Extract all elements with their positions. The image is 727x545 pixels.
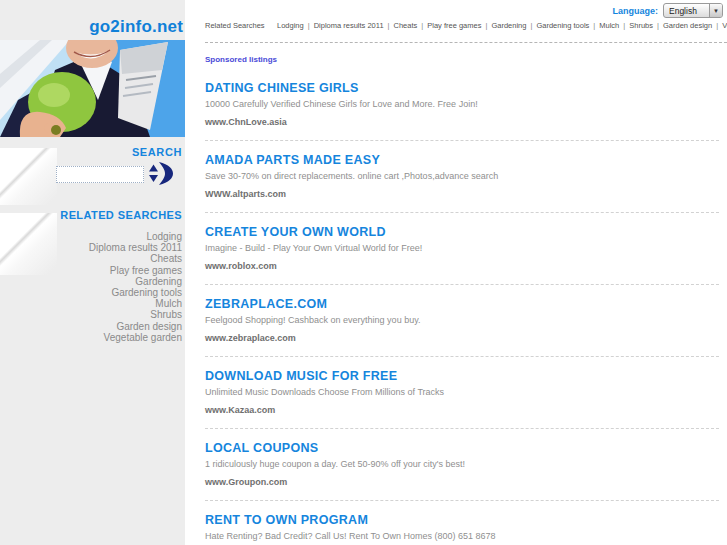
top-related-links: Lodging| Diploma results 2011| Cheats| P…	[277, 21, 727, 30]
top-link-shrubs[interactable]: Shrubs	[629, 21, 653, 30]
decor-stripe	[0, 213, 57, 275]
listing-description: 10000 Carefully Verified Chinese Girls f…	[205, 99, 719, 109]
sidebar-link-lodging[interactable]: Lodging	[89, 231, 182, 242]
sidebar-link-playfreegames[interactable]: Play free games	[89, 265, 182, 276]
listing-title[interactable]: ZEBRAPLACE.COM	[205, 297, 327, 311]
listing-title[interactable]: LOCAL COUPONS	[205, 441, 318, 455]
link-separator: |	[530, 21, 532, 30]
listing-url[interactable]: www.zebraplace.com	[205, 333, 296, 343]
hero-photo	[0, 40, 185, 137]
language-label: Language:	[612, 6, 658, 16]
listing-description: Imagine - Build - Play Your Own Virtual …	[205, 243, 719, 253]
related-searches-title: RELATED SEARCHES	[60, 209, 182, 221]
listing-url[interactable]: www.Kazaa.com	[205, 405, 275, 415]
language-selected-value: English	[664, 4, 709, 17]
search-label: SEARCH	[132, 146, 182, 158]
sponsored-listings: DATING CHINESE GIRLS 10000 Carefully Ver…	[205, 69, 719, 545]
sidebar-link-cheats[interactable]: Cheats	[89, 253, 182, 264]
top-link-cheats[interactable]: Cheats	[394, 21, 418, 30]
listing-title[interactable]: DOWNLOAD MUSIC FOR FREE	[205, 369, 397, 383]
top-link-playfreegames[interactable]: Play free games	[427, 21, 481, 30]
sponsored-listings-label: Sponsored listings	[205, 55, 277, 64]
link-separator: |	[421, 21, 423, 30]
listing-item: AMADA PARTS MADE EASY Save 30-70% on dir…	[205, 141, 719, 213]
listing-description: Unlimited Music Downloads Choose From Mi…	[205, 387, 719, 397]
link-separator: |	[623, 21, 625, 30]
site-logo: go2info.net	[89, 17, 183, 37]
link-separator: |	[388, 21, 390, 30]
link-separator: |	[593, 21, 595, 30]
link-separator: |	[716, 21, 718, 30]
main-content: Language: English ▼ Related Searches Lod…	[185, 0, 727, 545]
listing-description: Hate Renting? Bad Credit? Call Us! Rent …	[205, 531, 719, 541]
listing-item: DOWNLOAD MUSIC FOR FREE Unlimited Music …	[205, 357, 719, 429]
sidebar-link-vegetablegarden[interactable]: Vegetable garden	[89, 332, 182, 343]
sidebar-link-gardendesign[interactable]: Garden design	[89, 321, 182, 332]
listing-title[interactable]: CREATE YOUR OWN WORLD	[205, 225, 386, 239]
top-link-gardeningtools[interactable]: Gardening tools	[536, 21, 589, 30]
listing-url[interactable]: www.roblox.com	[205, 261, 277, 271]
language-bar: Language: English ▼	[612, 3, 723, 18]
language-select[interactable]: English ▼	[663, 3, 723, 18]
listing-item: DATING CHINESE GIRLS 10000 Carefully Ver…	[205, 69, 719, 141]
sidebar-link-diploma[interactable]: Diploma results 2011	[89, 242, 182, 253]
go-arrow-icon	[147, 161, 175, 187]
link-separator: |	[657, 21, 659, 30]
top-related-label: Related Searches	[205, 21, 277, 30]
sidebar-link-gardening[interactable]: Gardening	[89, 276, 182, 287]
header-divider	[205, 42, 727, 43]
search-input[interactable]	[56, 166, 144, 183]
listing-url[interactable]: WWW.altparts.com	[205, 189, 286, 199]
listing-description: Save 30-70% on direct replacements. onli…	[205, 171, 719, 181]
top-link-lodging[interactable]: Lodging	[277, 21, 304, 30]
top-link-gardendesign[interactable]: Garden design	[663, 21, 712, 30]
chevron-down-icon[interactable]: ▼	[709, 4, 722, 17]
search-go-button[interactable]	[147, 161, 175, 187]
link-separator: |	[308, 21, 310, 30]
listing-title[interactable]: AMADA PARTS MADE EASY	[205, 153, 380, 167]
link-separator: |	[485, 21, 487, 30]
decor-stripe	[0, 148, 57, 205]
sidebar: go2info.net	[0, 0, 185, 545]
sidebar-link-shrubs[interactable]: Shrubs	[89, 309, 182, 320]
listing-description: 1 ridiculously huge coupon a day. Get 50…	[205, 459, 719, 469]
listing-item: RENT TO OWN PROGRAM Hate Renting? Bad Cr…	[205, 501, 719, 545]
related-searches-list: Lodging Diploma results 2011 Cheats Play…	[89, 231, 182, 343]
listing-title[interactable]: DATING CHINESE GIRLS	[205, 81, 359, 95]
listing-item: CREATE YOUR OWN WORLD Imagine - Build - …	[205, 213, 719, 285]
listing-description: Feelgood Shopping! Cashback on everythin…	[205, 315, 719, 325]
listing-item: LOCAL COUPONS 1 ridiculously huge coupon…	[205, 429, 719, 501]
top-link-vegetablegarden[interactable]: Vegetable garden	[722, 21, 727, 30]
top-link-mulch[interactable]: Mulch	[599, 21, 619, 30]
listing-title[interactable]: RENT TO OWN PROGRAM	[205, 513, 368, 527]
listing-url[interactable]: www.ChnLove.asia	[205, 117, 287, 127]
top-link-gardening[interactable]: Gardening	[491, 21, 526, 30]
listing-item: ZEBRAPLACE.COM Feelgood Shopping! Cashba…	[205, 285, 719, 357]
top-link-diploma[interactable]: Diploma results 2011	[314, 21, 384, 30]
sidebar-link-gardeningtools[interactable]: Gardening tools	[89, 287, 182, 298]
top-related-row: Related Searches Lodging| Diploma result…	[205, 21, 721, 30]
page: go2info.net	[0, 0, 727, 545]
sidebar-link-mulch[interactable]: Mulch	[89, 298, 182, 309]
listing-url[interactable]: www.Groupon.com	[205, 477, 287, 487]
